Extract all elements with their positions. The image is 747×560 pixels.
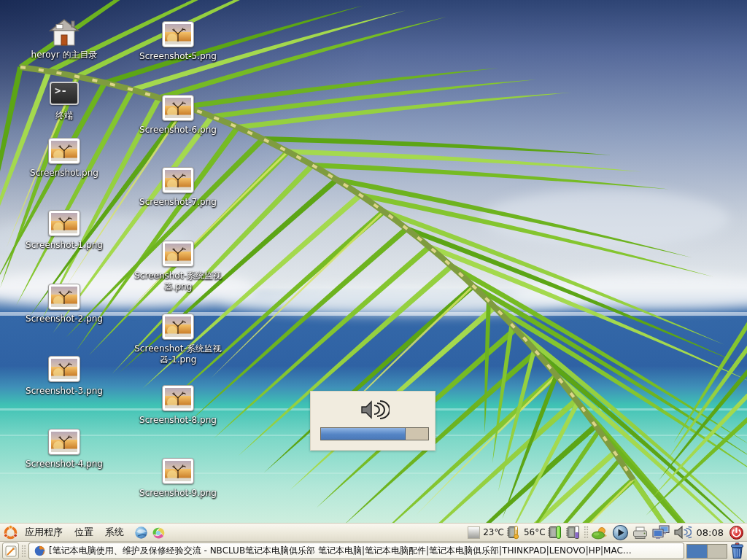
- image-thumbnail-icon: [48, 136, 80, 166]
- desktop-icon-label: Screenshot-7.png: [139, 197, 217, 208]
- desktop-icon-label: Screenshot-3.png: [26, 386, 103, 397]
- desktop-icon-label: Screenshot-系统监视器-1.png: [129, 343, 227, 365]
- chip-purple-bar-icon: [565, 525, 581, 540]
- speaker-icon: [356, 399, 390, 421]
- desktop-icon-screenshot-sysmonitor[interactable]: Screenshot-系统监视器.png: [123, 238, 233, 292]
- desktop-icon-screenshot[interactable]: Screenshot.png: [9, 136, 119, 179]
- printer-icon[interactable]: [632, 526, 649, 540]
- browser-globe-icon[interactable]: [133, 525, 149, 540]
- image-thumbnail-icon: [162, 311, 194, 342]
- image-thumbnail-icon: [162, 456, 194, 486]
- desktop-icon-label: Screenshot-4.png: [26, 459, 103, 470]
- battery-meter-applet[interactable]: [565, 525, 581, 540]
- image-thumbnail-icon: [48, 354, 80, 384]
- image-thumbnail-icon: [162, 238, 194, 269]
- panel-drag-handle[interactable]: [584, 526, 589, 539]
- desktop-icon-screenshot-sysmonitor-1[interactable]: Screenshot-系统监视器-1.png: [123, 311, 233, 365]
- desktop-icon-label: Screenshot-9.png: [139, 488, 217, 499]
- ubuntu-menu-icon[interactable]: [3, 525, 18, 540]
- show-desktop-icon: [5, 545, 17, 557]
- gnome-panel: 应用程序 位置 系统 23℃: [0, 523, 747, 541]
- desktop-icon-label: Screenshot-5.png: [139, 51, 217, 62]
- desktop-icon-label: 终端: [55, 110, 73, 121]
- dual-monitors-icon[interactable]: [651, 524, 670, 540]
- trash-icon[interactable]: [729, 542, 745, 559]
- desktop-icon-label: Screenshot-8.png: [139, 415, 217, 426]
- desktop-icon-label: Screenshot-1.png: [26, 240, 103, 251]
- terminal-icon: >-: [50, 78, 79, 109]
- taskbar-window-button[interactable]: [笔记本电脑使用、维护及保修经验交流 - NBCLUB笔记本电脑俱乐部 笔记本电…: [28, 542, 684, 559]
- volume-progress-fill: [321, 428, 406, 440]
- firefox-icon: [34, 545, 45, 556]
- show-desktop-button[interactable]: [2, 542, 19, 559]
- image-thumbnail-icon: [162, 93, 194, 123]
- desktop-icon-screenshot-8[interactable]: Screenshot-8.png: [123, 383, 233, 426]
- image-thumbnail-icon: [48, 208, 80, 238]
- tasklist-drag-handle[interactable]: [21, 545, 26, 558]
- volume-progressbar: [320, 427, 429, 440]
- image-thumbnail-icon: [48, 427, 80, 457]
- desktop-icon-label: Screenshot-2.png: [26, 314, 103, 324]
- workspace-2[interactable]: [707, 545, 727, 558]
- home-icon: [49, 18, 80, 48]
- cpu-meter-applet[interactable]: [468, 526, 480, 539]
- volume-osd: [310, 391, 436, 451]
- desktop-icon-screenshot-6[interactable]: Screenshot-6.png: [123, 93, 233, 136]
- play-button-icon[interactable]: [612, 524, 629, 541]
- temperature-applet-2[interactable]: 56°C: [524, 525, 562, 540]
- image-thumbnail-icon: [48, 281, 80, 312]
- chip-green-bar-icon: [547, 525, 562, 540]
- taskbar-panel: [笔记本电脑使用、维护及保修经验交流 - NBCLUB笔记本电脑俱乐部 笔记本电…: [0, 541, 747, 560]
- temperature-value-2: 56°C: [524, 527, 546, 537]
- desktop-icon-screenshot-4[interactable]: Screenshot-4.png: [9, 427, 119, 470]
- desktop-icon-screenshot-1[interactable]: Screenshot-1.png: [9, 208, 119, 251]
- desktop-icon-label: Screenshot-系统监视器.png: [129, 271, 227, 292]
- desktop-icon-screenshot-7[interactable]: Screenshot-7.png: [123, 165, 233, 208]
- image-thumbnail-icon: [162, 165, 194, 195]
- desktop-icon-screenshot-3[interactable]: Screenshot-3.png: [9, 354, 119, 397]
- weather-icon[interactable]: [592, 525, 609, 540]
- clock-applet[interactable]: 08:08: [697, 527, 724, 538]
- image-thumbnail-icon: [162, 19, 194, 50]
- launcher-swirl-icon[interactable]: [150, 525, 166, 540]
- desktop-icon-screenshot-2[interactable]: Screenshot-2.png: [9, 281, 119, 324]
- desktop: heroyr 的主目录 >- 终端 Screenshot.png Screens…: [0, 0, 747, 560]
- temperature-applet-1[interactable]: 23℃: [483, 525, 521, 540]
- menu-applications[interactable]: 应用程序: [20, 524, 68, 541]
- desktop-icon-terminal[interactable]: >- 终端: [9, 78, 119, 121]
- desktop-icon-label: heroyr 的主目录: [31, 50, 98, 61]
- image-thumbnail-icon: [162, 383, 194, 413]
- temperature-value-1: 23℃: [483, 527, 504, 537]
- desktop-icon-screenshot-9[interactable]: Screenshot-9.png: [123, 456, 233, 499]
- desktop-icon-label: Screenshot-6.png: [139, 125, 217, 136]
- menu-places[interactable]: 位置: [69, 524, 98, 541]
- taskbar-window-title: [笔记本电脑使用、维护及保修经验交流 - NBCLUB笔记本电脑俱乐部 笔记本电…: [49, 545, 632, 557]
- workspace-1[interactable]: [687, 545, 707, 558]
- workspace-switcher[interactable]: [686, 544, 727, 559]
- chip-thermometer-icon: [506, 525, 521, 540]
- power-button-icon[interactable]: [729, 525, 744, 540]
- desktop-icon-label: Screenshot.png: [30, 168, 98, 179]
- desktop-icon-screenshot-5[interactable]: Screenshot-5.png: [123, 19, 233, 62]
- volume-tray-icon[interactable]: [673, 525, 692, 540]
- desktop-icon-home-folder[interactable]: heroyr 的主目录: [9, 18, 119, 61]
- menu-system[interactable]: 系统: [100, 524, 129, 541]
